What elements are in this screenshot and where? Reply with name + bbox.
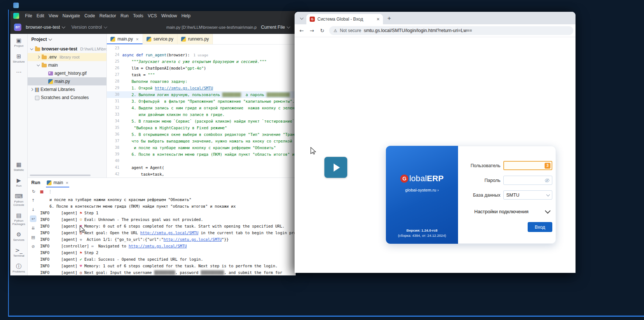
chevron-icon[interactable] — [37, 63, 40, 66]
back-button[interactable]: ← — [297, 26, 306, 35]
address-bar[interactable]: ⚠ Not secure smtu.gs.local/SMTU/login/lo… — [329, 26, 573, 35]
code-line-37[interactable]: 37 что бы выбрать выпадающее значение, н… — [107, 138, 296, 144]
tree-item-main.py[interactable]: main.py — [28, 77, 106, 85]
login-button[interactable]: Вход — [528, 222, 552, 232]
up-the-stack-trace-icon[interactable]: ↑ — [30, 197, 36, 204]
code-line-39[interactable]: 39 6. После в контексьглм меню грида (ПК… — [107, 151, 296, 158]
stop-icon[interactable]: ■ — [40, 189, 43, 194]
tree-item-.env[interactable]: .envlibrary root — [28, 53, 106, 61]
code-line-24[interactable]: 24async def run_agent(browser):1 usage — [107, 52, 296, 58]
forward-button[interactable]: → — [307, 26, 317, 35]
browser-tab[interactable]: G Система Global - Вход × — [306, 14, 383, 24]
url-link[interactable]: http://smtu.gs.local/SMTU — [140, 231, 198, 235]
code-line-25[interactable]: 25 """Запускает агента с уже открытым бр… — [107, 58, 296, 65]
menu-view[interactable]: View — [46, 13, 60, 19]
code-line-33[interactable]: 33 или двойным кликом по записе в гриде. — [107, 111, 296, 118]
tool-terminal[interactable]: >_Terminal — [11, 247, 27, 257]
menu-tools[interactable]: Tools — [131, 13, 145, 19]
chevron-icon[interactable] — [37, 56, 40, 59]
tab-search-button[interactable] — [298, 14, 306, 22]
project-switcher[interactable]: browser-use-test — [24, 23, 67, 31]
rerun-icon[interactable]: ↻ — [32, 189, 35, 194]
tool-python-console[interactable]: ⌨Python Console — [11, 193, 27, 207]
tool-structure[interactable]: ⊞Structure — [11, 53, 27, 63]
connection-settings-toggle[interactable]: Настройки подключения — [474, 209, 550, 214]
menu-refactor[interactable]: Refactor — [97, 13, 118, 19]
pycharm-app-icon[interactable] — [13, 13, 19, 19]
code-line-41[interactable]: 41 agent = Agent( — [107, 164, 296, 171]
tool-statistic[interactable]: ▦Statistic — [11, 162, 27, 172]
menu-navigate[interactable]: Navigate — [60, 13, 82, 19]
code-line-31[interactable]: 31 3. Отфильруй в фильтре "Приложение" п… — [107, 98, 296, 105]
eye-off-icon[interactable] — [545, 178, 550, 183]
menu-code[interactable]: Code — [82, 13, 97, 19]
code-line-30[interactable]: 30 2. Выполни логин вручную, пользовател… — [107, 91, 296, 98]
play-button[interactable] — [324, 157, 347, 178]
global-system-link[interactable]: global-system.ru › — [405, 188, 439, 192]
editor-tab-runners.py[interactable]: runners.py — [177, 34, 213, 44]
run-config-selector[interactable]: Current File — [259, 23, 292, 31]
code-line-38[interactable]: 38 и после на тулбаре нажми кнопку с кра… — [107, 144, 296, 151]
project-panel-header[interactable]: Project — [28, 34, 106, 45]
code-line-34[interactable]: 34 5. В главном меню `Сервис` (раскрой к… — [107, 118, 296, 124]
tool-python-packages[interactable]: ▤Python Packages — [11, 212, 27, 226]
tool-problems[interactable]: ⓘProblems — [11, 263, 27, 273]
down-the-stack-trace-icon[interactable]: ↓ — [30, 206, 36, 213]
code-line-36[interactable]: 36 5. В открывшемся окне выбери в combob… — [107, 131, 296, 138]
chevron-icon[interactable] — [30, 47, 33, 50]
version-control-menu[interactable]: Version control — [69, 23, 109, 31]
reload-button[interactable]: ↻ — [317, 26, 327, 35]
tool-services[interactable]: ⚙Services — [11, 232, 27, 242]
close-icon[interactable]: × — [136, 37, 139, 42]
tool-more-tools[interactable]: ⋯ — [11, 69, 27, 75]
tree-item-agent-history.gif[interactable]: agent_history.gif — [28, 69, 106, 77]
tab-close-icon[interactable]: × — [377, 17, 380, 22]
menu-run[interactable]: Run — [118, 13, 131, 19]
code-line-28[interactable]: 28 Выполни пошагово задачу: — [107, 78, 296, 85]
chevron-icon[interactable] — [30, 88, 33, 91]
menu-file[interactable]: File — [23, 13, 34, 19]
clear-all-icon[interactable]: ⊘ — [30, 243, 36, 250]
editor-tab-main.py[interactable]: main.py× — [107, 34, 143, 44]
code-editor[interactable]: 2324async def run_agent(browser):1 usage… — [107, 45, 296, 177]
close-icon[interactable]: × — [66, 180, 68, 185]
code-line-27[interactable]: 27 task = """ — [107, 71, 296, 78]
code-line-23[interactable]: 23 — [107, 45, 296, 52]
more-options-icon[interactable]: ⋮ — [48, 189, 52, 194]
file-breadcrumb[interactable]: main.py [D:\hw\LLM\browser-use-test\main… — [166, 25, 257, 29]
run-tab-main[interactable]: main × — [45, 178, 71, 187]
password-manager-badge[interactable]: 3 — [545, 163, 550, 169]
database-select[interactable]: SMTU — [503, 190, 552, 200]
tree-item-main[interactable]: main — [28, 61, 106, 69]
url-link[interactable]: http://smtu.gs.local/SMTU — [155, 86, 213, 90]
menu-edit[interactable]: Edit — [34, 13, 46, 19]
password-input[interactable] — [503, 176, 552, 185]
tree-item-scratches-and-consoles[interactable]: Scratches and Consoles — [28, 94, 106, 102]
tree-item-browser-use-test[interactable]: browser-use-testD:\hw\LLM\browser-u — [28, 45, 106, 53]
scroll-to-end-icon[interactable]: ⇊ — [30, 225, 36, 231]
username-input[interactable]: 3 — [503, 161, 552, 170]
code-line-26[interactable]: 26 llm = ChatOpenAI(model="gpt-4o") — [107, 65, 296, 71]
code-line-32[interactable]: 32 4. Выдели запись с ним гриде и открой… — [107, 105, 296, 111]
tool-run[interactable]: ▶Run — [11, 177, 27, 187]
menu-help[interactable]: Help — [179, 13, 193, 19]
menu-window[interactable]: Window — [159, 13, 179, 19]
soft-wrap-icon[interactable]: ↩ — [30, 215, 36, 222]
tree-item-external-libraries[interactable]: External Libraries — [28, 85, 106, 94]
tool-project[interactable]: ▣Project — [11, 38, 27, 48]
menu-vcs[interactable]: VCS — [145, 13, 159, 19]
project-scrollbar[interactable] — [30, 175, 91, 176]
print-icon[interactable]: ▤ — [30, 234, 36, 240]
code-line-42[interactable]: 42 task=task, — [107, 171, 296, 177]
url-link[interactable]: http://smtu.gs.local/SMTU — [129, 244, 187, 248]
security-label[interactable]: Not secure — [340, 28, 361, 33]
editor-tab-service.py[interactable]: service.py — [143, 34, 177, 44]
code-line-40[interactable]: 40 — [107, 158, 296, 164]
project-badge[interactable]: BT — [14, 24, 21, 31]
console-output[interactable]: и после на тулбаре нажми кнопку с красны… — [39, 196, 296, 275]
url-link[interactable]: http://smtu.gs.local/SMTU — [163, 237, 222, 242]
new-tab-button[interactable]: + — [384, 13, 394, 23]
menu-items: FileEditViewNavigateCodeRefactorRunTools… — [23, 13, 193, 19]
code-line-29[interactable]: 29 1. Открой http://smtu.gs.local/SMTU — [107, 85, 296, 91]
code-line-35[interactable]: 35 "Выборка в HightCapacity в Fixed режи… — [107, 124, 296, 131]
